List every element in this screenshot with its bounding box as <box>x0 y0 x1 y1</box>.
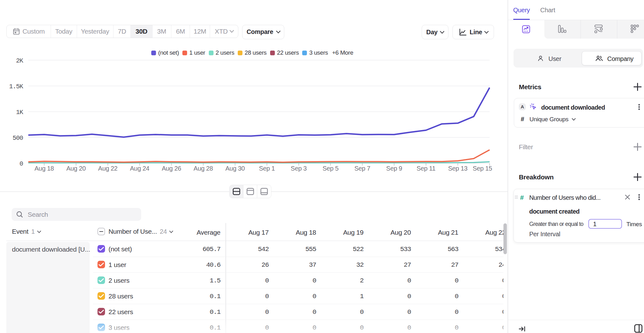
svg-text:Sep 13: Sep 13 <box>448 165 468 172</box>
svg-text:Sep 9: Sep 9 <box>386 165 402 172</box>
svg-text:Sep 15: Sep 15 <box>473 165 492 172</box>
svg-text:Aug 30: Aug 30 <box>225 165 245 172</box>
svg-text:1.5K: 1.5K <box>9 83 23 90</box>
svg-text:Aug 28: Aug 28 <box>194 165 213 172</box>
svg-text:2K: 2K <box>16 57 23 64</box>
svg-text:Sep 7: Sep 7 <box>354 165 370 172</box>
svg-text:0: 0 <box>19 160 23 167</box>
svg-text:Aug 26: Aug 26 <box>162 165 181 172</box>
svg-text:1K: 1K <box>16 109 23 116</box>
svg-text:Sep 11: Sep 11 <box>417 165 436 172</box>
svg-text:Aug 22: Aug 22 <box>98 165 118 172</box>
svg-text:500: 500 <box>13 134 23 142</box>
svg-text:Aug 18: Aug 18 <box>35 165 54 172</box>
svg-text:Sep 5: Sep 5 <box>323 165 339 172</box>
svg-text:Sep 1: Sep 1 <box>259 165 275 172</box>
svg-text:Aug 20: Aug 20 <box>66 165 86 172</box>
svg-text:Aug 24: Aug 24 <box>130 165 149 172</box>
svg-text:Sep 3: Sep 3 <box>291 165 307 172</box>
